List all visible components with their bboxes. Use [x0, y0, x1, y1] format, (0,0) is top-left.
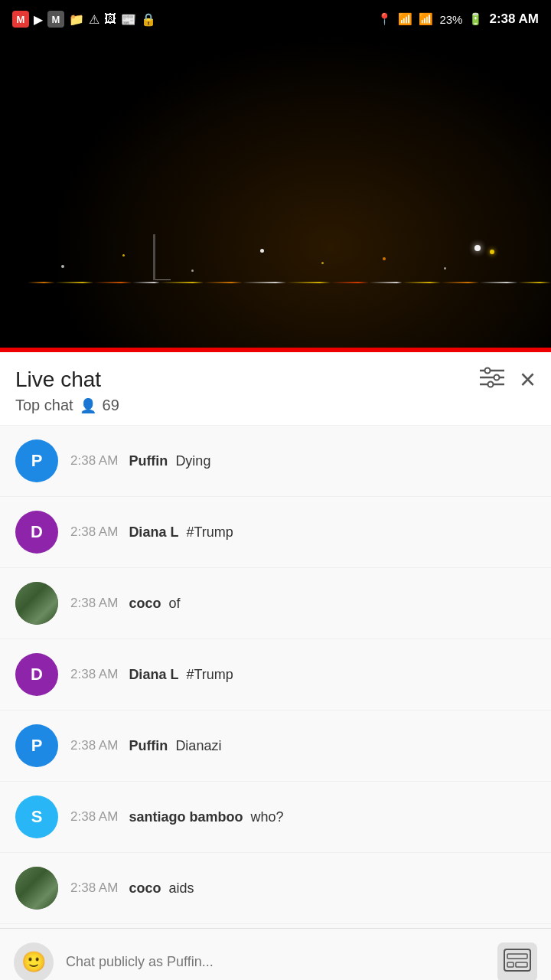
message-content: 2:38 AM santiago bamboo who?: [70, 809, 536, 825]
superchat-button[interactable]: [497, 942, 537, 981]
emoji-icon: 🙂: [21, 950, 46, 974]
message-author: Diana L: [129, 667, 178, 683]
svg-point-5: [487, 381, 493, 387]
message-text: Dianazi: [175, 738, 221, 754]
youtube-icon: ▶: [34, 12, 43, 27]
message-content: 2:38 AM Diana L #Trump: [70, 524, 536, 541]
message-content: 2:38 AM coco of: [70, 596, 536, 612]
app-icon-m1: M: [12, 11, 29, 28]
svg-rect-8: [507, 962, 514, 967]
chat-input[interactable]: [66, 954, 485, 970]
avatar: D: [15, 511, 58, 554]
message-author: santiago bamboo: [129, 809, 243, 825]
svg-rect-6: [504, 949, 530, 971]
signal-icon: 📶: [419, 12, 433, 26]
chat-message-row: P 2:38 AM Puffin Dying: [0, 426, 551, 497]
live-chat-title: Live chat: [15, 368, 101, 392]
message-text: #Trump: [186, 524, 233, 541]
chat-messages: P 2:38 AM Puffin Dying D 2:38 AM Diana L…: [0, 426, 551, 980]
message-time: 2:38 AM: [70, 596, 118, 611]
chat-input-bar: 🙂: [0, 928, 551, 980]
chat-header: Live chat × Top chat 👤: [0, 352, 551, 426]
message-text: who?: [250, 809, 283, 825]
message-author: coco: [129, 596, 161, 612]
photo-icon: 🖼: [104, 12, 116, 26]
message-author: Puffin: [129, 738, 168, 754]
files-icon: 📁: [69, 12, 84, 27]
chat-message-row: 2:38 AM coco aids: [0, 853, 551, 924]
message-content: 2:38 AM Puffin Dianazi: [70, 738, 536, 754]
chat-header-top: Live chat ×: [15, 366, 536, 394]
message-author: Puffin: [129, 453, 168, 469]
filter-icon[interactable]: [480, 367, 504, 394]
chat-message-row: 2:38 AM coco of: [0, 568, 551, 639]
avatar: P: [15, 439, 58, 482]
message-time: 2:38 AM: [70, 738, 118, 753]
message-time: 2:38 AM: [70, 453, 118, 469]
header-actions: ×: [480, 366, 536, 394]
chat-message-row: D 2:38 AM Diana L #Trump: [0, 497, 551, 568]
status-icons-left: M ▶ M 📁 ⚠ 🖼 📰 🔒: [12, 11, 156, 28]
message-author: coco: [129, 880, 161, 897]
battery-percent: 23%: [439, 13, 462, 26]
close-icon[interactable]: ×: [520, 366, 536, 394]
chat-message-row: S 2:38 AM santiago bamboo who?: [0, 782, 551, 853]
app-icon-m2: M: [47, 11, 64, 28]
superchat-icon: [504, 949, 531, 976]
location-icon: 📍: [377, 12, 392, 26]
lock-icon: 🔒: [141, 12, 156, 27]
viewer-icon: 👤: [80, 397, 96, 414]
wifi-icon: 📶: [398, 12, 412, 26]
message-time: 2:38 AM: [70, 524, 118, 540]
message-content: 2:38 AM Diana L #Trump: [70, 667, 536, 683]
chat-header-sub: Top chat 👤 69: [15, 397, 536, 414]
avatar: S: [15, 795, 58, 838]
message-text: #Trump: [186, 667, 233, 683]
battery-icon: 🔋: [468, 12, 483, 26]
avatar: [15, 582, 58, 625]
warning-icon: ⚠: [89, 12, 99, 27]
chat-panel: Live chat × Top chat 👤: [0, 352, 551, 980]
emoji-button[interactable]: 🙂: [14, 942, 54, 981]
message-time: 2:38 AM: [70, 809, 118, 825]
video-area[interactable]: [0, 0, 551, 352]
avatar: P: [15, 724, 58, 767]
message-time: 2:38 AM: [70, 667, 118, 682]
message-text: aids: [168, 880, 194, 897]
message-author: Diana L: [129, 524, 178, 541]
message-time: 2:38 AM: [70, 880, 118, 896]
viewer-count: 69: [103, 397, 119, 414]
svg-point-3: [484, 368, 490, 373]
svg-point-4: [494, 374, 499, 380]
message-text: Dying: [175, 453, 210, 469]
video-background: [0, 0, 551, 352]
status-icons-right: 📍 📶 📶 23% 🔋 2:38 AM: [377, 11, 539, 27]
avatar: [15, 867, 58, 910]
chat-message-row: D 2:38 AM Diana L #Trump: [0, 639, 551, 710]
message-content: 2:38 AM Puffin Dying: [70, 453, 536, 469]
news-icon: 📰: [121, 12, 136, 27]
chat-message-row: P 2:38 AM Puffin Dianazi: [0, 710, 551, 782]
svg-rect-7: [507, 954, 527, 959]
message-content: 2:38 AM coco aids: [70, 880, 536, 897]
message-text: of: [168, 596, 180, 612]
top-chat-label: Top chat: [15, 397, 73, 414]
avatar: D: [15, 653, 58, 696]
status-time: 2:38 AM: [489, 11, 539, 27]
svg-rect-9: [516, 962, 527, 967]
status-bar: M ▶ M 📁 ⚠ 🖼 📰 🔒 📍 📶 📶 23% 🔋 2:38 AM: [0, 0, 551, 38]
